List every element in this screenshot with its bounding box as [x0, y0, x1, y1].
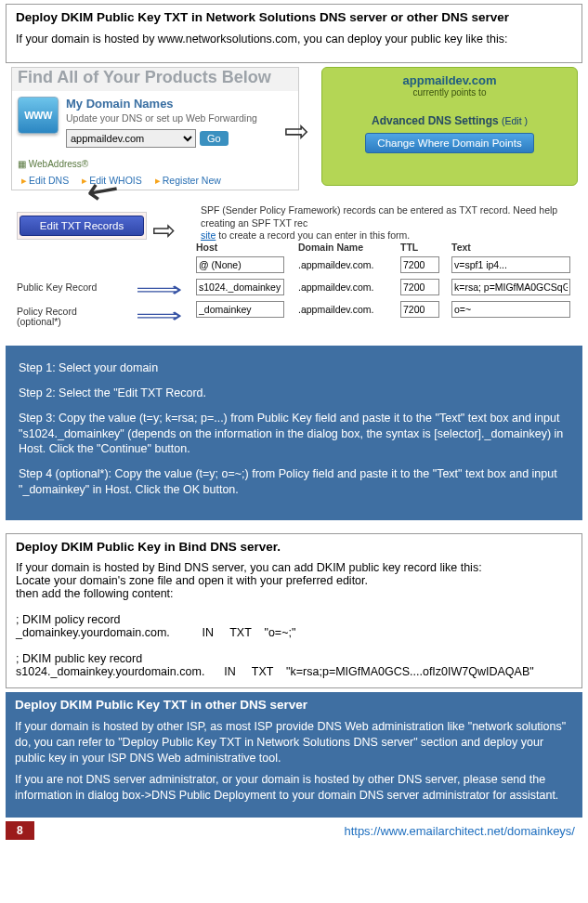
right-panel: appmaildev.com currently points to Advan… — [321, 67, 578, 186]
left-panel: Find All of Your Products Below WWW My D… — [11, 67, 299, 190]
other-p1: If your domain is hosted by other ISP, a… — [15, 719, 573, 766]
ttl-input[interactable] — [400, 279, 439, 295]
page-number: 8 — [6, 821, 34, 840]
my-domain-names: My Domain Names — [66, 97, 293, 111]
webaddress-label: ▦ WebAddress® — [12, 159, 298, 171]
edit-link[interactable]: (Edit ) — [502, 115, 528, 126]
section-network-solutions: Deploy DKIM Public Key TXT in Network So… — [6, 4, 582, 63]
table-row: .appmaildev.com. — [196, 279, 582, 295]
section-bind-dns: Deploy DKIM Public Key in Bind DNS serve… — [6, 533, 582, 688]
host-input[interactable] — [196, 301, 284, 318]
txt-records-table: Host Domain Name TTL Text .appmaildev.co… — [196, 242, 582, 323]
bind-code1b: _domainkey.yourdomain.com. IN TXT "o=~;" — [16, 626, 572, 639]
text-input[interactable] — [451, 301, 570, 318]
step-2: Step 2: Select the "Edit TXT Record. — [19, 386, 569, 401]
policy-record-label: Policy Record (optional*) — [17, 307, 77, 328]
col-host: Host — [196, 242, 298, 253]
www-icon: WWW — [18, 97, 59, 134]
ttl-input[interactable] — [400, 301, 439, 318]
step-3: Step 3: Copy the value (t=y; k=rsa; p=..… — [19, 411, 569, 458]
section1-title: Deploy DKIM Public Key TXT in Network So… — [16, 10, 572, 24]
right-domain-title: appmaildev.com — [332, 73, 568, 87]
edit-dns-link[interactable]: Edit DNS — [21, 175, 69, 186]
page-footer: 8 https://www.emailarchitect.net/domaink… — [6, 821, 582, 840]
domain-suffix: .appmaildev.com. — [298, 259, 400, 270]
edit-txt-records-button[interactable]: Edit TXT Records — [20, 216, 144, 236]
blue-arrow-icon: ⟹ — [136, 304, 183, 328]
public-key-record-label: Public Key Record — [17, 282, 97, 294]
advanced-dns-label: Advanced DNS Settings (Edit ) — [332, 114, 568, 127]
under-links: Edit DNS Edit WHOIS Register New — [12, 173, 298, 190]
table-row: .appmaildev.com. — [196, 256, 582, 273]
site-link[interactable]: site — [201, 229, 216, 241]
section1-para: If your domain is hosted by www.networks… — [16, 32, 572, 47]
domain-select[interactable]: appmaildev.com — [66, 129, 196, 148]
bind-p3: then add the following content: — [16, 587, 572, 600]
change-where-button[interactable]: Change Where Domain Points — [365, 133, 533, 153]
spf-note: SPF (Sender Policy Framework) records ca… — [201, 204, 577, 242]
bind-p1: If your domain is hosted by Bind DNS ser… — [16, 561, 572, 574]
deployment-diagram: Find All of Your Products Below WWW My D… — [6, 67, 582, 346]
edit-txt-records-wrap: Edit TXT Records — [17, 212, 147, 240]
col-domain: Domain Name — [298, 242, 400, 253]
text-input[interactable] — [451, 279, 570, 295]
domain-suffix: .appmaildev.com. — [298, 281, 400, 293]
update-dns-text: Update your DNS or set up Web Forwarding — [66, 112, 293, 124]
table-row: .appmaildev.com. — [196, 301, 582, 318]
other-p2: If you are not DNS server administrator,… — [15, 772, 573, 804]
bind-title: Deploy DKIM Public Key in Bind DNS serve… — [16, 540, 572, 554]
blue-arrow-icon: ⟹ — [136, 278, 183, 302]
register-new-link[interactable]: Register New — [155, 175, 221, 186]
step-4: Step 4 (optional*): Copy the value (t=y;… — [19, 466, 569, 498]
go-button[interactable]: Go — [200, 131, 229, 146]
section-other-dns: Deploy DKIM Public Key TXT in other DNS … — [6, 692, 582, 818]
bind-code2a: ; DKIM public key record — [16, 652, 572, 665]
ttl-input[interactable] — [400, 256, 439, 273]
bind-code2b: s1024._domainkey.yourdomain.com. IN TXT … — [16, 665, 572, 678]
steps-panel: Step 1: Select your domain Step 2: Selec… — [6, 346, 582, 520]
text-input[interactable] — [451, 256, 570, 273]
host-input[interactable] — [196, 256, 284, 273]
host-input[interactable] — [196, 279, 284, 295]
arrow-right-icon: ⇨ — [284, 113, 309, 149]
arrow-right2-icon: ⇨ — [152, 214, 176, 246]
col-text: Text — [451, 242, 582, 253]
bind-p2: Locate your domain's zone file and open … — [16, 574, 572, 587]
domain-suffix: .appmaildev.com. — [298, 304, 400, 315]
other-title: Deploy DKIM Public Key TXT in other DNS … — [15, 698, 573, 712]
find-products-header: Find All of Your Products Below — [12, 68, 298, 91]
currently-points-text: currently points to — [332, 87, 568, 98]
footer-url[interactable]: https://www.emailarchitect.net/domainkey… — [344, 824, 582, 838]
bind-code1a: ; DKIM policy record — [16, 613, 572, 626]
col-ttl: TTL — [400, 242, 451, 253]
step-1: Step 1: Select your domain — [19, 360, 569, 376]
